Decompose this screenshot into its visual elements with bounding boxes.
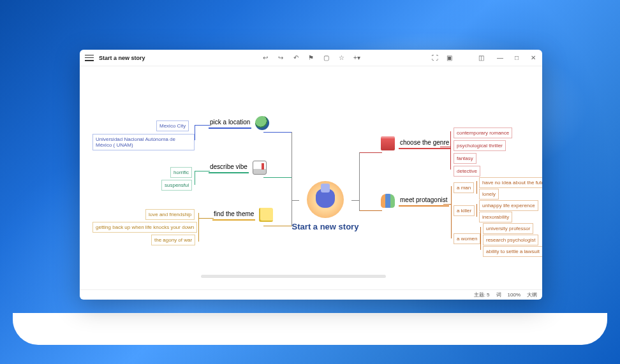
group-label[interactable]: a women (454, 233, 480, 244)
connector (480, 227, 481, 250)
connector (195, 125, 195, 140)
star-icon[interactable]: ☆ (338, 54, 346, 62)
export-icon[interactable]: ↪ (277, 54, 284, 62)
sub-node[interactable]: the agony of war (151, 235, 195, 245)
connector (443, 204, 451, 205)
sub-node[interactable]: love and friendship (145, 209, 195, 220)
sub-node[interactable]: horrific (170, 167, 192, 178)
connector (195, 171, 195, 185)
branch-vibe[interactable]: describe vibe (209, 161, 267, 175)
book-icon (381, 136, 395, 150)
app-window: Start a new story ↩ ↪ ↶ ⚑ ▢ ☆ +▾ ⛶ ▣ ◫ —… (80, 50, 542, 300)
connector (351, 200, 359, 201)
branch-label: describe vibe (209, 162, 249, 173)
sub-node[interactable]: fantasy (454, 153, 476, 164)
status-words[interactable]: 词 (496, 291, 501, 298)
branch-genre[interactable]: choose the genre (381, 136, 450, 150)
panel-icon[interactable]: ◫ (477, 54, 485, 62)
horizontal-scrollbar[interactable] (201, 275, 386, 278)
connector (476, 181, 477, 194)
undo-icon[interactable]: ↶ (292, 54, 300, 62)
flag-icon[interactable]: ⚑ (307, 54, 315, 62)
group-label[interactable]: a killer (454, 205, 475, 216)
minimize-button[interactable]: — (496, 54, 504, 62)
fullscreen-icon[interactable]: ⛶ (431, 54, 439, 62)
branch-theme[interactable]: find the theme (212, 208, 273, 222)
add-icon[interactable]: +▾ (353, 54, 361, 62)
connector (359, 152, 360, 211)
sub-node[interactable]: detective (454, 166, 480, 177)
connector (198, 218, 214, 219)
sub-node[interactable]: Mexico City (156, 120, 189, 131)
presentation-icon[interactable]: ▣ (445, 54, 453, 62)
central-title: Start a new story (287, 222, 364, 231)
connector (198, 213, 199, 242)
toolbar-view: ⛶ ▣ (431, 54, 453, 62)
document-title: Start a new story (99, 55, 145, 61)
branch-protagonist[interactable]: meet protagonist (381, 194, 449, 208)
branch-label: pick a location (209, 117, 251, 129)
connector (440, 147, 450, 147)
share-icon[interactable]: ↩ (262, 54, 269, 62)
toolbar-panel: ◫ (477, 54, 485, 62)
sub-node[interactable]: lonely (479, 189, 499, 200)
window-controls: — □ ✕ (496, 54, 537, 62)
connector (292, 200, 299, 201)
connector (359, 152, 382, 153)
connector (195, 125, 210, 126)
sub-node[interactable]: research psychologist (483, 235, 538, 245)
sub-node[interactable]: university professor (483, 223, 533, 234)
sub-node[interactable]: have no idea about the future (479, 177, 542, 188)
connector (263, 132, 292, 133)
laptop-base (13, 313, 607, 345)
status-bar: 主题: 5 词 100% 大纲 (80, 289, 542, 300)
connector (451, 186, 452, 238)
sub-node[interactable]: unhappy life experence (479, 200, 538, 211)
maximize-button[interactable]: □ (513, 54, 520, 62)
group-label[interactable]: a man (454, 182, 474, 193)
book-icon (253, 161, 267, 175)
sub-node[interactable]: ability to settle a lawsuit (483, 246, 542, 257)
mindmap-canvas[interactable]: Start a new story pick a location Mexico… (80, 66, 542, 289)
status-topic: 主题: 5 (474, 291, 490, 298)
idea-icon (307, 181, 344, 218)
comment-icon[interactable]: ▢ (323, 54, 330, 62)
status-zoom[interactable]: 100% (508, 292, 520, 298)
sub-node[interactable]: contemporary romance (454, 127, 512, 138)
connector (450, 131, 451, 170)
people-icon (381, 194, 395, 208)
connector (476, 204, 477, 217)
toolbar-center: ↩ ↪ ↶ ⚑ ▢ ☆ +▾ (262, 54, 361, 62)
menu-icon[interactable] (85, 55, 94, 61)
title-bar: Start a new story ↩ ↪ ↶ ⚑ ▢ ☆ +▾ ⛶ ▣ ◫ —… (80, 50, 542, 66)
connector (263, 226, 292, 226)
sub-node[interactable]: psychological thriller (454, 140, 506, 151)
globe-icon (255, 116, 269, 130)
connector (292, 132, 292, 226)
central-node[interactable]: Start a new story (287, 181, 364, 231)
sub-node[interactable]: Universidad Nacional Autónoma de México … (92, 134, 195, 150)
note-icon (259, 208, 273, 222)
connector (359, 210, 382, 211)
branch-label: find the theme (212, 209, 255, 221)
connector (195, 171, 210, 171)
close-button[interactable]: ✕ (529, 54, 537, 62)
branch-label: choose the genre (399, 138, 450, 149)
branch-label: meet protagonist (399, 195, 449, 207)
sub-node[interactable]: suspensful (161, 180, 192, 191)
sub-node[interactable]: inexorability (479, 212, 512, 222)
branch-location[interactable]: pick a location (209, 116, 269, 130)
sub-node[interactable]: getting back up when life knocks your do… (92, 222, 197, 233)
status-outline[interactable]: 大纲 (527, 291, 537, 298)
connector (263, 177, 292, 178)
